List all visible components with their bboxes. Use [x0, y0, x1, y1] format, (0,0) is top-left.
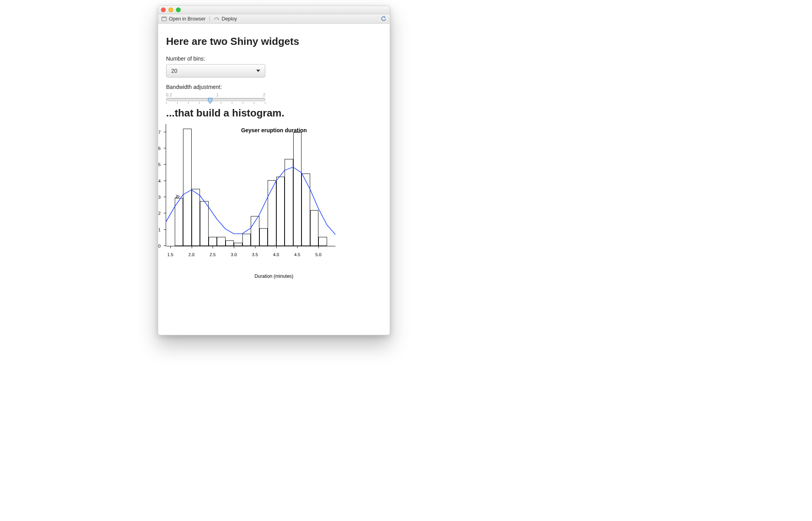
- xtick-label: 3.0: [231, 252, 237, 257]
- ytick-mark: [164, 246, 166, 246]
- xtick-mark: [255, 246, 255, 248]
- bins-select-value: 20: [171, 68, 178, 74]
- browser-icon: [161, 16, 167, 21]
- histogram-bar: [234, 243, 242, 246]
- xtick-mark: [318, 246, 319, 248]
- ytick-label: 0.2: [158, 211, 161, 216]
- slider-track[interactable]: [166, 98, 265, 101]
- chevron-down-icon: [256, 70, 260, 72]
- refresh-button[interactable]: [381, 16, 387, 22]
- ytick-mark: [164, 132, 166, 132]
- histogram-bar: [301, 174, 310, 246]
- histogram-bar: [310, 210, 319, 246]
- xtick-mark: [234, 246, 234, 248]
- bins-select[interactable]: 20: [166, 64, 265, 78]
- histogram-bar: [175, 198, 183, 246]
- histogram-bar: [242, 234, 251, 246]
- bins-label: Number of bins:: [166, 55, 382, 62]
- open-in-browser-label: Open in Browser: [169, 16, 205, 22]
- xtick-label: 1.5: [167, 252, 173, 257]
- window-titlebar: [158, 6, 390, 14]
- histogram-bar: [192, 189, 200, 246]
- histogram-bar: [209, 237, 217, 246]
- slider-mid-label: 1: [216, 92, 218, 97]
- window-close-button[interactable]: [161, 7, 166, 12]
- xtick-label: 5.0: [315, 252, 321, 257]
- histogram-bar: [217, 237, 226, 246]
- xtick-mark: [192, 246, 192, 248]
- xtick-label: 3.5: [252, 252, 258, 257]
- window-minimize-button[interactable]: [168, 7, 173, 12]
- xtick-label: 4.5: [294, 252, 300, 257]
- refresh-icon: [381, 16, 387, 22]
- bandwidth-label: Bandwidth adjustment:: [166, 84, 382, 90]
- heading-widgets: Here are two Shiny widgets: [166, 35, 382, 48]
- deploy-label: Deploy: [222, 16, 237, 22]
- y-axis: [166, 124, 166, 246]
- slider-ticks: [166, 102, 265, 104]
- ytick-mark: [164, 197, 166, 197]
- toolbar: Open in Browser Deploy: [158, 14, 390, 24]
- histogram-bar: [285, 159, 293, 246]
- heading-histogram: ...that build a histogram.: [166, 107, 382, 119]
- histogram-bar: [183, 129, 192, 246]
- content: Here are two Shiny widgets Number of bin…: [158, 24, 390, 285]
- ytick-mark: [164, 229, 166, 230]
- window-zoom-button[interactable]: [176, 7, 181, 12]
- histogram-plot: Geyser eruption duration Density Duratio…: [166, 124, 382, 281]
- xtick-label: 2.0: [189, 252, 194, 257]
- histogram-bar: [276, 177, 285, 246]
- histogram-bar: [251, 216, 259, 246]
- ytick-label: 0.4: [158, 179, 161, 183]
- open-in-browser-button[interactable]: Open in Browser: [161, 16, 205, 22]
- deploy-button[interactable]: Deploy: [214, 16, 237, 22]
- slider-max-label: 2: [263, 92, 265, 97]
- histogram-bar: [318, 237, 327, 246]
- ytick-label: 0.6: [158, 146, 161, 151]
- xtick-mark: [213, 246, 213, 248]
- ytick-mark: [164, 213, 166, 213]
- ytick-mark: [164, 148, 166, 148]
- xtick-mark: [276, 246, 277, 248]
- ytick-label: 0.1: [158, 227, 161, 232]
- histogram-bar: [268, 180, 276, 246]
- slider-thumb[interactable]: [208, 98, 213, 103]
- svg-rect-1: [162, 17, 166, 18]
- xtick-mark: [297, 246, 298, 248]
- histogram-bar: [200, 201, 209, 246]
- ytick-mark: [164, 181, 166, 181]
- app-window: Open in Browser Deploy Here are two Shin…: [158, 6, 390, 335]
- xtick-mark: [170, 246, 171, 248]
- slider-min-label: 0.2: [166, 92, 172, 97]
- slider-scale-labels: 0.2 1 2: [166, 92, 265, 97]
- plot-xlabel: Duration (minutes): [166, 273, 382, 279]
- histogram-bar: [293, 132, 302, 246]
- xtick-label: 2.5: [210, 252, 216, 257]
- ytick-label: 0.7: [158, 130, 161, 135]
- ytick-label: 0.5: [158, 162, 161, 167]
- ytick-label: 0.0: [158, 244, 161, 248]
- ytick-label: 0.3: [158, 195, 161, 200]
- ytick-mark: [164, 164, 166, 164]
- toolbar-separator: [209, 16, 210, 22]
- plot-area: 1.52.02.53.03.54.04.55.00.00.10.20.30.40…: [166, 124, 335, 246]
- histogram-bar: [259, 228, 268, 246]
- histogram-bar: [226, 240, 234, 246]
- deploy-icon: [214, 17, 220, 21]
- bandwidth-slider[interactable]: 0.2 1 2: [166, 92, 265, 104]
- xtick-label: 4.0: [273, 252, 279, 257]
